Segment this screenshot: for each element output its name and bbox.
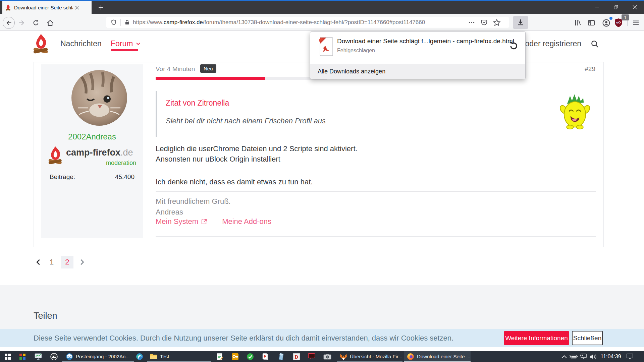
sidebar-button[interactable] — [587, 18, 596, 27]
taskbar-app-keepass[interactable] — [231, 353, 239, 361]
browser-titlebar: Download einer Seite schläg — [0, 0, 644, 14]
cookie-message: Diese Seite verwendet Cookies. Durch die… — [34, 334, 453, 343]
tray-network[interactable] — [580, 353, 588, 361]
show-all-downloads-button[interactable]: Alle Downloads anzeigen — [310, 64, 525, 79]
library-button[interactable] — [574, 18, 582, 27]
taskbar-clock[interactable]: 11:04:39 — [600, 351, 622, 362]
new-badge: Neu — [200, 64, 216, 73]
library-icon — [574, 19, 582, 27]
rank-logo-text: camp-firefox.de — [66, 147, 133, 158]
nav-forum-label: Forum — [111, 39, 133, 48]
post-timestamp[interactable]: Vor 4 Minuten — [156, 65, 195, 73]
forum-post-card: 2002Andreas camp-firefox.de moderation B… — [34, 62, 604, 247]
pagination-page-1[interactable]: 1 — [47, 258, 56, 266]
rank-logo-campfire-icon — [48, 146, 63, 165]
crystal-icon — [278, 353, 285, 360]
forward-button[interactable] — [17, 18, 26, 27]
downloads-button[interactable] — [513, 16, 528, 29]
account-notification-dot — [609, 17, 612, 20]
quote-title-link[interactable]: Zitat von Zitronella — [166, 99, 229, 108]
pagination-prev-icon[interactable] — [35, 258, 42, 266]
bookmark-star-icon[interactable] — [493, 18, 501, 26]
show-desktop-button[interactable] — [640, 351, 644, 362]
taskbar-app-camera[interactable] — [323, 353, 331, 361]
taskbar-task-firefox-1[interactable]: Übersicht - Mozilla Fir... — [337, 351, 402, 362]
red-tv-icon — [308, 353, 316, 360]
page-actions-dots-icon[interactable] — [468, 19, 475, 26]
browser-tab[interactable]: Download einer Seite schläg — [2, 1, 92, 14]
post-bottom-divider — [156, 236, 596, 237]
lock-icon[interactable] — [124, 19, 130, 26]
download-retry-button[interactable] — [508, 41, 519, 51]
reload-icon — [32, 19, 40, 26]
taskbar-task-folder[interactable]: Test — [147, 351, 211, 362]
taskbar-app-monitor[interactable] — [34, 353, 42, 361]
signature-links: Mein System Meine Add-ons — [156, 217, 271, 226]
menu-button[interactable] — [632, 18, 640, 27]
ublock-badge: 1 — [622, 14, 629, 20]
window-accent-line — [0, 0, 644, 1]
stats-label: Beiträge: — [50, 173, 75, 181]
taskbar-app-dictionary[interactable]: D — [292, 353, 301, 361]
nav-item-nachrichten[interactable]: Nachrichten — [60, 31, 102, 56]
link-mein-system[interactable]: Mein System — [156, 217, 207, 226]
download-icon — [517, 18, 525, 26]
taskbar-app-edge[interactable] — [136, 353, 144, 361]
tray-volume[interactable] — [589, 353, 597, 361]
nav-item-forum[interactable]: Forum — [111, 31, 141, 56]
taskbar-app-blocks[interactable] — [18, 353, 26, 361]
start-button[interactable] — [4, 353, 12, 361]
post-number[interactable]: #29 — [585, 65, 595, 73]
pocket-icon[interactable] — [480, 19, 488, 26]
network-icon — [580, 354, 587, 360]
site-logo-campfire-icon[interactable] — [33, 34, 49, 54]
firefox-icon — [407, 353, 414, 360]
taskbar-app-photos[interactable] — [50, 353, 58, 361]
retry-icon — [508, 41, 519, 51]
lemon-smiley-icon — [560, 94, 590, 130]
edge-icon — [136, 353, 143, 360]
cookie-info-button[interactable]: Weitere Informationen — [504, 331, 569, 345]
tray-chevron-up-button[interactable] — [560, 353, 568, 361]
notepad-chart-icon — [217, 353, 223, 360]
pagination-next-icon[interactable] — [78, 258, 86, 266]
plus-icon — [98, 5, 104, 10]
link-meine-addons[interactable]: Meine Add-ons — [222, 217, 271, 226]
search-button[interactable] — [590, 40, 599, 48]
green-check-icon — [247, 353, 254, 360]
taskbar-task-mail[interactable]: Posteingang - 2002An... — [62, 351, 134, 362]
colored-blocks-icon — [19, 353, 26, 360]
account-icon — [602, 19, 610, 27]
taskbar-app-cards[interactable] — [261, 353, 269, 361]
post-author-sidebar: 2002Andreas camp-firefox.de moderation B… — [41, 64, 143, 238]
author-name[interactable]: 2002Andreas — [41, 132, 143, 141]
minimize-icon — [595, 5, 599, 9]
new-tab-button[interactable] — [95, 2, 107, 13]
author-avatar[interactable] — [71, 70, 127, 126]
cookie-close-button[interactable]: Schließen — [572, 331, 603, 345]
download-file-title[interactable]: Download einer Seite schlägt f...lgemein… — [337, 38, 514, 45]
pagination-page-2-current[interactable]: 2 — [61, 256, 73, 268]
window-minimize-button[interactable] — [588, 0, 606, 14]
window-restore-button[interactable] — [606, 0, 625, 14]
taskbar-app-tv[interactable] — [308, 353, 316, 361]
action-center-button[interactable] — [626, 353, 634, 361]
cookie-banner: Diese Seite verwendet Cookies. Durch die… — [0, 329, 644, 347]
taskbar-app-check[interactable] — [246, 353, 254, 361]
back-icon — [5, 19, 12, 26]
back-button[interactable] — [3, 17, 15, 29]
account-button[interactable] — [602, 18, 610, 27]
reload-button[interactable] — [32, 18, 40, 27]
downloads-footer-text: Alle Do — [318, 68, 337, 75]
quote-block: Zitat von Zitronella Sieht bei dir nicht… — [156, 91, 596, 137]
tray-battery[interactable] — [570, 353, 578, 361]
home-icon — [46, 19, 54, 27]
taskbar-app-notes[interactable] — [216, 353, 224, 361]
url-bar[interactable]: https://www.camp-firefox.de/forum/thema/… — [106, 17, 509, 28]
taskbar-app-crystal[interactable] — [277, 353, 285, 361]
task-label-firefox-2: Download einer Seite ... — [417, 354, 470, 359]
home-button[interactable] — [46, 18, 54, 27]
tracking-protection-shield-icon[interactable] — [110, 19, 117, 26]
taskbar-task-firefox-2-active[interactable]: Download einer Seite ... — [404, 351, 471, 362]
window-close-button[interactable] — [625, 0, 644, 14]
